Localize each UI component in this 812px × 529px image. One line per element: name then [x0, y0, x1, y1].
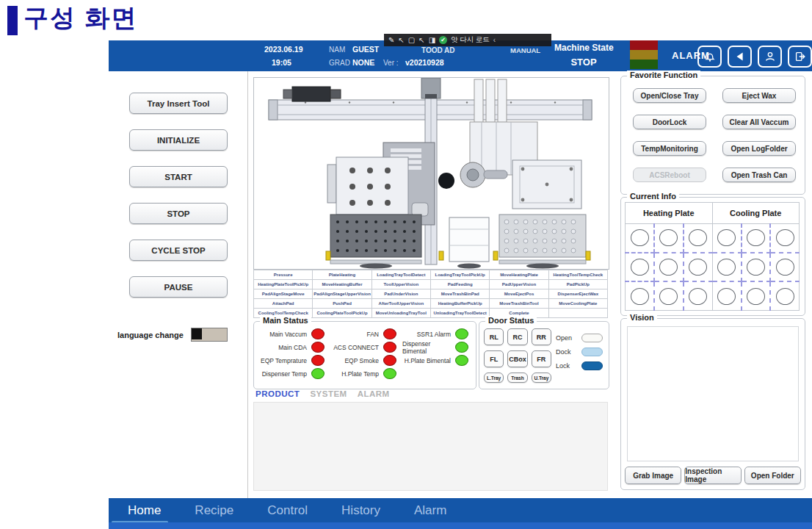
machine-state-label: Machine State: [554, 43, 614, 53]
favorite-button-open-close-tray[interactable]: Open/Close Tray: [633, 88, 706, 103]
title-accent-bar: [7, 6, 18, 35]
bell-icon[interactable]: [697, 46, 722, 68]
favorite-button-open-logfolder[interactable]: Open LogFolder: [722, 141, 796, 156]
toolbar-icon: ▢: [408, 37, 415, 44]
user-icon[interactable]: [758, 46, 782, 68]
status-led-green: [455, 355, 468, 366]
left-button-initialize[interactable]: INITIALIZE: [129, 129, 228, 151]
door-button-u-tray[interactable]: U.Tray: [532, 373, 551, 383]
process-step-row: AttachPadPushPadAfterToolUpperVisionHeat…: [254, 299, 608, 309]
favorite-button-tempmonitoring[interactable]: TempMonitoring: [633, 141, 706, 156]
left-button-stop[interactable]: STOP: [129, 203, 228, 224]
language-toggle[interactable]: [191, 328, 228, 342]
left-button-tray-insert-tool[interactable]: Tray Insert Tool: [129, 93, 228, 114]
header-date: 2023.06.19: [264, 45, 303, 54]
tab-system[interactable]: SYSTEM: [310, 389, 347, 398]
door-button-fl[interactable]: FL: [484, 350, 504, 367]
door-status-title: Door Status: [485, 316, 537, 325]
left-button-cycle-stop[interactable]: CYCLE STOP: [129, 240, 228, 261]
toolbar-icon: ↖: [418, 37, 424, 44]
main-status-row: Dispenser Temp: [258, 369, 330, 378]
plate-slot-cell: [770, 253, 800, 282]
favorite-button-open-trash-can[interactable]: Open Trash Can: [722, 168, 796, 182]
plate-slots-table: Heating PlateCooling Plate: [625, 202, 800, 311]
plate-slot-circle: [631, 259, 649, 276]
main-status-row: H.Plate Temp: [330, 369, 402, 378]
speaker-icon[interactable]: [728, 46, 752, 68]
plate-header-cooling-plate: Cooling Plate: [712, 203, 800, 224]
status-label: H.Plate Temp: [341, 370, 379, 378]
process-step-cell: [548, 309, 607, 318]
main-status-columns: Main VaccumMain CDAEQP TempratureDispens…: [258, 329, 474, 378]
main-status-column: SSR1 AlarmDispenser BimentalH.Plate Bime…: [402, 329, 474, 378]
plate-slot-cell: [626, 281, 655, 310]
process-step-cell: PlateHeating: [313, 270, 371, 280]
main-status-column: FANACS CONNECTEQP SmokeH.Plate Temp: [330, 329, 402, 378]
nav-item-home[interactable]: Home: [128, 503, 161, 518]
door-button-rr[interactable]: RR: [532, 328, 551, 345]
status-label: EQP Smoke: [344, 357, 379, 364]
door-button-row: RLRCRR: [484, 328, 551, 345]
favorite-button-eject-wax[interactable]: Eject Wax: [722, 88, 796, 103]
process-step-cell: MoveCoolingPlate: [548, 299, 607, 309]
door-legend-row: Open: [556, 334, 603, 342]
toolbar-icon: ✎: [388, 37, 394, 44]
process-step-row: PressurePlateHeatingLoadingTrayToolDetec…: [254, 270, 608, 280]
plate-header-row: Heating PlateCooling Plate: [626, 203, 800, 224]
left-button-start[interactable]: START: [129, 166, 228, 187]
plate-slot-cell: [742, 253, 771, 282]
nav-item-control[interactable]: Control: [267, 503, 308, 518]
plate-slot-circle: [747, 288, 765, 305]
process-step-cell: LoadingTrayToolPickUp: [430, 270, 489, 280]
status-led-green: [311, 368, 325, 379]
plate-slot-circle: [717, 288, 736, 305]
bottom-navigation: HomeRecipeControlHistoryAlarm: [109, 498, 812, 522]
tower-light-red: [630, 40, 658, 50]
vision-button-open-folder[interactable]: Open Folder: [744, 467, 801, 484]
toolbar-icon: ◨: [429, 37, 435, 44]
main-status-row: Main CDA: [258, 342, 330, 352]
door-button-cbox[interactable]: CBox: [507, 350, 527, 367]
plate-header-heating-plate: Heating Plate: [626, 203, 713, 224]
main-status-row: Main Vaccum: [258, 329, 330, 339]
nav-item-history[interactable]: History: [341, 503, 380, 518]
nav-item-alarm[interactable]: Alarm: [414, 503, 446, 518]
favorite-button-doorlock[interactable]: DoorLock: [633, 115, 706, 129]
vision-button-inspection-image[interactable]: Inspection Image: [684, 467, 741, 484]
status-label: H.Plate Bimental: [405, 357, 451, 364]
grade-label: GRAD: [329, 59, 350, 67]
plate-slot-circle: [717, 259, 736, 276]
favorite-button-clear-all-vaccum[interactable]: Clear All Vaccum: [722, 115, 796, 129]
door-button-rc[interactable]: RC: [507, 328, 527, 345]
status-led-red: [311, 342, 325, 353]
status-label: Main Vaccum: [269, 331, 307, 338]
status-label: ACS CONNECT: [333, 344, 379, 351]
process-step-cell: MoveHeatingBuffer: [313, 280, 371, 289]
door-button-fr[interactable]: FR: [532, 350, 551, 367]
door-button-trash[interactable]: Trash: [507, 373, 527, 383]
obscured-eqp-text: TOOD AD: [421, 46, 455, 54]
vision-button-grab-image[interactable]: Grab Image: [625, 467, 681, 484]
door-button-l-tray[interactable]: L.Tray: [484, 373, 504, 383]
door-button-rl[interactable]: RL: [484, 328, 504, 345]
process-step-cell: HeatingPlateToolPickUp: [254, 280, 313, 289]
status-label: SSR1 Alarm: [417, 331, 451, 338]
plate-slot-circle: [689, 259, 707, 276]
process-step-cell: PadUnderVision: [371, 289, 430, 299]
language-change-label: language change: [117, 331, 184, 339]
language-toggle-knob: [192, 328, 202, 339]
nav-item-recipe[interactable]: Recipe: [195, 503, 233, 518]
header-time: 19:05: [272, 58, 291, 67]
plate-slot-cell: [712, 224, 742, 253]
plate-slot-circle: [659, 229, 678, 246]
door-button-row: FLCBoxFR: [484, 350, 551, 367]
page-title: 구성 화면: [23, 1, 137, 35]
logout-icon[interactable]: [788, 46, 812, 68]
tab-alarm[interactable]: ALARM: [358, 389, 390, 398]
left-button-pause[interactable]: PAUSE: [129, 276, 228, 298]
obscured-mode-text: MANUAL: [510, 46, 540, 54]
plate-slot-cell: [654, 281, 684, 310]
plate-slot-cell: [770, 224, 800, 253]
door-status-panel: Door Status RLRCRRFLCBoxFRL.TrayTrashU.T…: [479, 321, 609, 389]
tab-product[interactable]: PRODUCT: [255, 389, 300, 398]
